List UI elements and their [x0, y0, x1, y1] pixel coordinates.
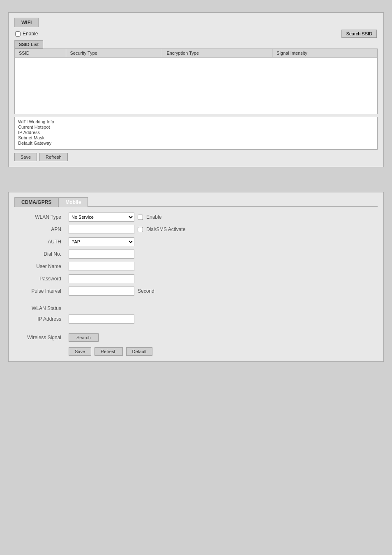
user-name-row [69, 262, 378, 271]
dial-no-row [69, 250, 378, 259]
user-name-input[interactable] [69, 262, 134, 271]
ip-address-input[interactable] [69, 314, 134, 324]
dial-sms-checkbox[interactable] [138, 227, 143, 232]
dial-no-label: Dial No. [14, 251, 64, 257]
wifi-default-gateway: Default Gateway [18, 141, 374, 146]
wifi-ip-address: IP Address [18, 130, 374, 135]
apn-label: APN [14, 227, 64, 232]
spacer-2 [69, 299, 378, 302]
password-input[interactable] [69, 274, 134, 283]
wifi-subnet-mask: Subnet Mask [18, 135, 374, 140]
wireless-search-button[interactable]: Search [69, 333, 99, 342]
wifi-enable-row: Enable [15, 31, 38, 37]
auth-label: AUTH [14, 239, 64, 245]
auth-row: PAP CHAP NONE [69, 237, 378, 246]
ssid-table-header-row: SSID Security Type Encryption Type Signa… [15, 49, 377, 58]
spacer-4 [69, 327, 378, 330]
ssid-table-wrapper: SSID Security Type Encryption Type Signa… [14, 49, 378, 114]
ssid-col-header: SSID [15, 49, 66, 58]
wifi-save-button[interactable]: Save [14, 153, 37, 161]
ip-address-label: IP Address [14, 316, 64, 322]
mobile-tab[interactable]: Mobile [58, 197, 88, 207]
pulse-interval-input[interactable] [69, 287, 134, 296]
apn-input[interactable] [69, 225, 134, 234]
ip-address-row [69, 314, 378, 324]
pulse-interval-row: Second [69, 287, 378, 296]
cdma-tab[interactable]: CDMA/GPRS [14, 197, 58, 207]
wlan-status-label: WLAN Status [14, 305, 64, 311]
cdma-refresh-button[interactable]: Refresh [95, 347, 123, 356]
auth-select[interactable]: PAP CHAP NONE [69, 237, 134, 246]
cdma-default-button[interactable]: Default [126, 347, 153, 356]
security-type-col-header: Security Type [66, 49, 162, 58]
signal-intensity-col-header: Signal Intensity [272, 49, 377, 58]
second-label: Second [138, 288, 154, 294]
ssid-list-tab: SSID List [14, 40, 43, 49]
wlan-enable-checkbox[interactable] [138, 215, 143, 220]
wifi-enable-label: Enable [23, 31, 38, 37]
wlan-type-row: No Service CDMA GPRS WCDMA LTE Enable [69, 213, 378, 222]
wifi-buttons: Save Refresh [14, 153, 378, 161]
pulse-interval-label: Pulse Interval [14, 288, 64, 294]
wifi-current-hotspot: Current Hotspot [18, 125, 374, 130]
dial-no-input[interactable] [69, 250, 134, 259]
cdma-form: WLAN Type No Service CDMA GPRS WCDMA LTE… [14, 213, 378, 356]
password-label: Password [14, 276, 64, 282]
wlan-type-label: WLAN Type [14, 214, 64, 220]
cdma-save-button[interactable]: Save [69, 347, 91, 356]
password-row [69, 274, 378, 283]
encryption-type-col-header: Encryption Type [162, 49, 272, 58]
wifi-panel: WIFI Enable Search SSID SSID List SSID S… [8, 12, 384, 167]
spacer-3 [14, 327, 64, 330]
wlan-type-select[interactable]: No Service CDMA GPRS WCDMA LTE [69, 213, 134, 222]
wifi-info-box: WIFI Working Info Current Hotspot IP Add… [14, 117, 378, 150]
cdma-tabs: CDMA/GPRS Mobile [14, 197, 378, 207]
wifi-enable-checkbox[interactable] [15, 31, 21, 37]
cdma-footer-buttons: Save Refresh Default [14, 347, 378, 356]
cdma-panel: CDMA/GPRS Mobile WLAN Type No Service CD… [8, 192, 384, 362]
spacer-1 [14, 299, 64, 302]
wlan-enable-label: Enable [146, 214, 161, 220]
wifi-refresh-button[interactable]: Refresh [39, 153, 68, 161]
wifi-working-info-title: WIFI Working Info [18, 119, 374, 124]
user-name-label: User Name [14, 264, 64, 269]
search-ssid-button[interactable]: Search SSID [341, 30, 377, 38]
wifi-tab: WIFI [14, 18, 39, 27]
wifi-toolbar: Enable Search SSID [14, 27, 378, 40]
wireless-signal-row: Search [69, 333, 378, 342]
dial-sms-label: Dial/SMS Activate [146, 227, 185, 232]
wireless-signal-label: Wireless Signal [14, 335, 64, 340]
ssid-table: SSID Security Type Encryption Type Signa… [15, 49, 377, 58]
apn-row: Dial/SMS Activate [69, 225, 378, 234]
